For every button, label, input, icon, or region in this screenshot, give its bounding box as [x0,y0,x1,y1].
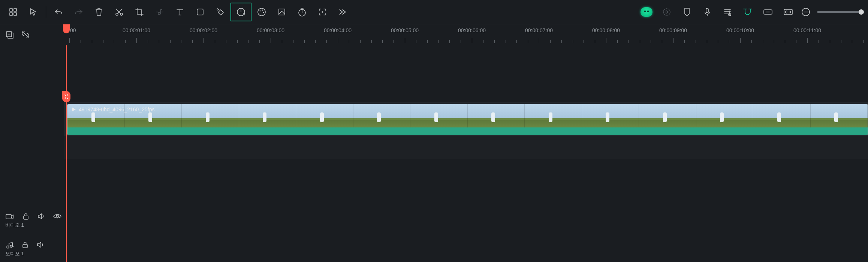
ruler-minor-tick [315,40,316,43]
svg-rect-0 [10,9,12,11]
cut-button[interactable] [109,4,129,20]
audio-mixer-icon[interactable] [717,4,738,20]
ruler-minor-tick [584,40,584,43]
svg-point-12 [260,10,261,12]
track-mute-icon[interactable] [37,213,45,221]
time-ruler[interactable]: 00:0000:00:01:0000:00:02:0000:00:03:0000… [64,24,868,45]
ruler-major-tick [539,38,539,43]
video-track-icon: 1 [5,213,15,220]
zoom-control [798,4,865,20]
ruler-label: 00:00:05:00 [391,27,419,33]
ruler-minor-tick [215,40,215,43]
ruler-minor-tick [159,40,159,43]
ruler-minor-tick [595,40,595,43]
add-track-button[interactable] [5,30,14,40]
svg-rect-18 [706,8,708,13]
zoom-out-button[interactable] [798,4,813,20]
ruler-minor-tick [304,40,305,43]
timeline-panel: 1 비디오 1 [0,0,868,262]
zoom-thumb[interactable] [859,9,864,15]
clip-thumbnail [753,104,811,127]
ruler-minor-tick [516,40,517,43]
ai-assistant-icon[interactable] [636,4,657,20]
shape-tool-icon[interactable] [190,4,210,20]
svg-rect-3 [14,13,16,15]
clip-thumbnail [639,104,696,127]
ruler-label: 00:00:07:00 [525,27,553,33]
toolbar-separator [46,6,46,18]
ruler-major-tick [606,38,606,43]
ruler-minor-tick [707,40,707,43]
ruler-minor-tick [360,40,361,43]
ruler-minor-tick [103,40,103,43]
clip-thumbnail [296,104,353,127]
crop-button[interactable] [129,4,150,20]
voice-record-icon[interactable] [697,4,717,20]
ruler-minor-tick [181,40,181,43]
video-clip[interactable]: 4919748-uhd_4096_2160_25fps [67,104,868,135]
speed-tool-icon[interactable] [230,3,251,21]
ruler-minor-tick [427,40,428,43]
timeline-canvas[interactable]: 00:0000:00:01:0000:00:02:0000:00:03:0000… [64,24,868,262]
ruler-minor-tick [259,40,260,43]
ruler-minor-tick [863,40,864,43]
ruler-major-tick [271,38,271,43]
clip-audio-band [67,127,868,135]
redo-button[interactable] [69,4,89,20]
color-tool-icon[interactable] [251,4,272,20]
ruler-minor-tick [751,40,752,43]
track-visible-icon[interactable] [53,213,62,221]
magnet-snap-icon[interactable] [738,4,758,20]
ruler-minor-tick [226,40,226,43]
track-mute-icon[interactable] [36,241,45,250]
svg-point-14 [263,12,264,13]
ruler-minor-tick [483,40,483,43]
keyframe-tool-icon[interactable] [210,4,230,20]
ruler-major-tick [740,38,741,43]
track-lock-icon[interactable] [21,241,29,250]
delete-button[interactable] [89,4,109,20]
ruler-minor-tick [248,40,248,43]
undo-button[interactable] [48,4,69,20]
timeline-body: 1 비디오 1 [0,24,868,262]
unlink-button[interactable] [21,30,30,40]
track-lock-icon[interactable] [22,213,30,221]
video-lane[interactable]: 4919748-uhd_4096_2160_25fps [64,102,868,136]
ruler-minor-tick [394,40,394,43]
ruler-minor-tick [841,40,841,43]
fit-width-icon[interactable] [778,4,798,20]
render-icon[interactable] [657,4,677,20]
ruler-minor-tick [371,40,372,43]
svg-point-9 [217,9,218,10]
music-beat-icon[interactable] [150,4,170,20]
ruler-minor-tick [438,40,439,43]
link-clips-icon[interactable] [758,4,778,20]
ruler-minor-tick [326,40,327,43]
ruler-major-tick [338,38,338,43]
ruler-minor-tick [763,40,763,43]
text-tool-icon[interactable] [170,4,190,20]
svg-rect-25 [24,216,28,219]
clip-thumbnail [696,104,754,127]
ruler-minor-tick [449,40,450,43]
svg-rect-7 [197,9,203,15]
pointer-tool-icon[interactable] [23,4,43,20]
focus-frame-icon[interactable] [312,4,332,20]
ruler-minor-tick [819,40,819,43]
marker-icon[interactable] [677,4,697,20]
zoom-slider[interactable] [817,11,862,13]
track-headers-column: 1 비디오 1 [0,24,64,262]
ruler-major-tick [405,38,405,43]
svg-point-13 [262,10,263,11]
stopwatch-icon[interactable] [292,4,312,20]
grid-view-icon[interactable] [3,4,23,20]
audio-lane[interactable] [64,136,868,159]
ruler-minor-tick [349,40,349,43]
ruler-minor-tick [640,40,640,43]
ruler-minor-tick [696,40,696,43]
ruler-label: 00:00:09:00 [659,27,687,33]
audio-track-label: 오디오 1 [0,250,64,262]
transform-tool-icon[interactable] [272,4,292,20]
playhead-handle[interactable] [63,24,70,33]
more-tools-icon[interactable] [332,4,353,20]
